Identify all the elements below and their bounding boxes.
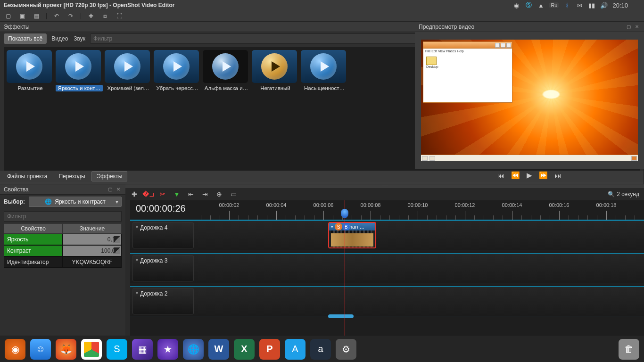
bluetooth-icon[interactable]: ᚼ: [563, 1, 571, 9]
jump-end-icon[interactable]: ⏭: [554, 172, 561, 180]
window-title: Безымянный проект [HD 720p 30 fps] - Ope…: [4, 2, 174, 8]
prev-marker-icon[interactable]: ⇤: [187, 190, 195, 198]
clock[interactable]: 20:10: [612, 2, 628, 9]
keyframe-icon[interactable]: [114, 236, 120, 243]
show-all-chip[interactable]: Показать всё: [4, 33, 47, 44]
dock-browser-icon[interactable]: 🌐: [183, 339, 204, 360]
properties-filter-input[interactable]: [4, 211, 122, 222]
selection-dropdown[interactable]: 🌐 Яркость и контраст: [29, 197, 122, 207]
panel-close-icon[interactable]: ✕: [634, 24, 640, 30]
playhead[interactable]: [345, 200, 345, 336]
fast-forward-icon[interactable]: ⏩: [539, 171, 548, 180]
track-3[interactable]: ▾Дорожка 3: [130, 253, 644, 283]
tab-effects[interactable]: Эффекты: [91, 171, 128, 181]
col-property[interactable]: Свойство: [4, 223, 63, 234]
prop-contrast-name[interactable]: Контраст: [4, 245, 63, 256]
os-menubar: Безымянный проект [HD 720p 30 fps] - Ope…: [0, 0, 644, 10]
razor-icon[interactable]: ✂: [158, 190, 167, 198]
panel-undock-icon[interactable]: ▢: [625, 24, 632, 30]
chevron-down-icon[interactable]: ▾: [331, 224, 333, 229]
effect-deinterlace[interactable]: Убрать чересс…: [154, 50, 201, 177]
effect-saturation[interactable]: Насыщенност…: [301, 50, 348, 177]
audio-category-link[interactable]: Звук: [73, 35, 86, 42]
zoom-icon[interactable]: 🔍: [608, 191, 615, 197]
volume-icon[interactable]: 🔊: [600, 1, 608, 9]
skype-tray-icon[interactable]: Ⓢ: [525, 1, 532, 9]
fullscreen-icon[interactable]: ⛶: [115, 12, 124, 20]
new-project-icon[interactable]: ▢: [4, 12, 12, 20]
ruler-label: 00:00:14: [502, 202, 522, 208]
add-track-icon[interactable]: ✚: [130, 190, 139, 198]
effect-brightness-contrast[interactable]: Яркость и конт…: [56, 50, 103, 177]
effect-blur[interactable]: Размытие: [7, 50, 54, 177]
panel-grip[interactable]: ┄┄┄: [125, 184, 644, 188]
dock-skype-icon[interactable]: S: [107, 339, 127, 360]
export-icon[interactable]: [129, 12, 138, 20]
prop-id-value: YKQWK5OQRF: [63, 256, 122, 268]
chrome-tray-icon[interactable]: ◉: [512, 1, 520, 9]
keyboard-layout-indicator[interactable]: Ru: [549, 2, 559, 8]
track-4[interactable]: ▾Дорожка 4 ▾SBhan …: [130, 220, 644, 250]
ruler-label: 00:00:06: [314, 202, 334, 208]
jump-start-icon[interactable]: ⏮: [497, 172, 504, 180]
dock-finder-icon[interactable]: ☺: [30, 339, 51, 360]
ruler-label: 00:00:04: [266, 202, 287, 208]
snap-icon[interactable]: �⊐: [144, 190, 153, 198]
dock-ubuntu-icon[interactable]: ◉: [5, 339, 25, 360]
dock-settings-icon[interactable]: ⚙: [336, 339, 356, 360]
dock-excel-icon[interactable]: X: [234, 339, 255, 360]
timeline-ruler[interactable]: 00:00:00:26 00:00:0200:00:0400:00:0600:0…: [130, 200, 644, 220]
effect-badge-icon[interactable]: B: [342, 223, 350, 230]
play-icon[interactable]: ▶: [527, 171, 532, 180]
effect-chromakey[interactable]: Хромакей (зел…: [105, 50, 152, 177]
dock-amazon-icon[interactable]: a: [310, 339, 331, 360]
app-toolbar: ▢ ▣ ▤ ↶ ↷ ✚ ⧈ ⛶: [0, 10, 644, 22]
marker-icon[interactable]: ▼: [173, 190, 181, 198]
undo-icon[interactable]: ↶: [52, 12, 61, 20]
timeline-canvas[interactable]: 00:00:00:26 00:00:0200:00:0400:00:0600:0…: [130, 200, 644, 336]
prop-brightness-name[interactable]: Яркость: [4, 234, 63, 245]
effect-negative[interactable]: Негативный: [252, 50, 299, 177]
dock-chrome-icon[interactable]: [81, 339, 102, 360]
chevron-down-icon[interactable]: ▾: [136, 257, 138, 263]
dock-trash-icon[interactable]: 🗑: [619, 339, 639, 360]
effect-badge-icon[interactable]: S: [335, 223, 342, 230]
dock-powerpoint-icon[interactable]: P: [259, 339, 280, 360]
prop-contrast-value[interactable]: 100,00: [63, 245, 122, 256]
dock-imovie-icon[interactable]: ★: [157, 339, 178, 360]
preview-panel-title: Предпросмотр видео: [419, 24, 474, 30]
battery-icon[interactable]: ▮▮: [588, 1, 595, 9]
rewind-icon[interactable]: ⏪: [511, 171, 520, 180]
playhead-handle-icon[interactable]: [341, 209, 348, 218]
profile-icon[interactable]: ⧈: [101, 12, 109, 20]
video-category-link[interactable]: Видео: [50, 35, 69, 42]
save-project-icon[interactable]: ▤: [32, 12, 41, 20]
properties-panel-title: Свойства: [4, 186, 29, 193]
chevron-down-icon[interactable]: ▾: [136, 224, 138, 230]
open-project-icon[interactable]: ▣: [18, 12, 26, 20]
dock-photos-icon[interactable]: ▦: [132, 339, 153, 360]
prop-brightness-value[interactable]: 0,16: [63, 234, 122, 245]
effect-alpha-mask[interactable]: Альфа маска и…: [203, 50, 250, 177]
next-marker-icon[interactable]: ⇥: [201, 190, 209, 198]
col-value[interactable]: Значение: [63, 223, 122, 234]
redo-icon[interactable]: ↷: [66, 12, 75, 20]
track-2[interactable]: ▾Дорожка 2: [130, 286, 644, 316]
apple-icon[interactable]: [633, 1, 640, 9]
mail-icon[interactable]: ✉: [576, 1, 583, 9]
panel-undock-icon[interactable]: ▢: [107, 186, 113, 193]
tab-project-files[interactable]: Файлы проекта: [2, 171, 52, 181]
timeline-clip[interactable]: ▾SBhan …: [328, 222, 376, 248]
dock-firefox-icon[interactable]: 🦊: [56, 339, 76, 360]
dock-appstore-icon[interactable]: A: [285, 339, 305, 360]
wifi-icon[interactable]: ▲: [537, 1, 545, 9]
center-playhead-icon[interactable]: ⊕: [215, 190, 223, 198]
panel-close-icon[interactable]: ✕: [115, 186, 122, 193]
chevron-down-icon[interactable]: ▾: [136, 290, 138, 296]
timeline-settings-icon[interactable]: ▭: [229, 190, 238, 198]
keyframe-icon[interactable]: [114, 247, 120, 254]
timeline-scrollbar-thumb[interactable]: [328, 314, 354, 318]
tab-transitions[interactable]: Переходы: [53, 171, 90, 181]
dock-word-icon[interactable]: W: [208, 339, 229, 360]
import-files-icon[interactable]: ✚: [87, 12, 95, 20]
